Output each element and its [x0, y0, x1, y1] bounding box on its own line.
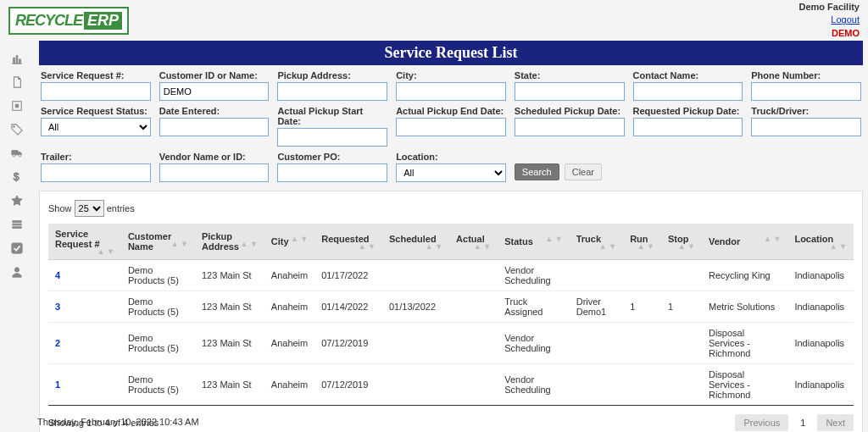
- filter-input-2-3[interactable]: [396, 118, 506, 136]
- filter-input-3-0[interactable]: [41, 163, 151, 182]
- filter-select-2-0[interactable]: All: [41, 118, 151, 136]
- pager-next[interactable]: Next: [817, 414, 854, 431]
- table-cell: [382, 323, 449, 364]
- table-cell: Indianapolis: [787, 364, 854, 406]
- filter-label: Contact Name:: [633, 70, 743, 80]
- table-cell: 4: [48, 260, 121, 291]
- sort-icon: ▲ ▼: [545, 236, 562, 241]
- page-title: Service Request List: [39, 41, 863, 65]
- filter-input-1-3[interactable]: [396, 82, 506, 101]
- filter-label: Phone Number:: [751, 70, 861, 80]
- table-cell: 07/12/2019: [314, 364, 382, 406]
- table-cell: 1: [623, 291, 661, 323]
- table-cell: [623, 364, 661, 406]
- logout-link[interactable]: Logout: [831, 14, 860, 25]
- column-header[interactable]: Vendor▲ ▼: [702, 224, 787, 260]
- table-cell: Vendor Scheduling: [498, 260, 569, 291]
- filter-input-2-2[interactable]: [277, 128, 387, 147]
- column-header[interactable]: Location▲ ▼: [787, 224, 854, 260]
- service-request-link[interactable]: 4: [55, 270, 60, 280]
- table-cell: [570, 364, 623, 406]
- table-cell: Truck Assigned: [498, 291, 569, 323]
- column-header[interactable]: Stop▲ ▼: [661, 224, 702, 260]
- left-nav: $: [0, 41, 34, 432]
- filter-input-2-6[interactable]: [751, 118, 861, 136]
- table-cell: 01/14/2022: [314, 291, 382, 323]
- sort-icon: ▲ ▼: [678, 244, 695, 249]
- filter-label: Pickup Address:: [277, 70, 387, 80]
- filter-input-2-1[interactable]: [159, 118, 270, 136]
- show-entries-select[interactable]: 25: [75, 200, 104, 217]
- table-cell: 2: [48, 323, 121, 364]
- column-header[interactable]: City▲ ▼: [264, 224, 314, 260]
- filter-input-3-1[interactable]: [159, 163, 270, 182]
- table-cell: Vendor Scheduling: [498, 364, 569, 406]
- column-header[interactable]: Status▲ ▼: [498, 224, 569, 260]
- document-icon[interactable]: [11, 76, 23, 88]
- chart-icon[interactable]: [11, 53, 23, 64]
- table-row: 2Demo Products (5)123 Main StAnaheim07/1…: [48, 323, 854, 364]
- logo-text-2: ERP: [84, 12, 122, 30]
- filter-input-1-4[interactable]: [515, 82, 625, 101]
- table-cell: 01/13/2022: [382, 291, 449, 323]
- table-row: 4Demo Products (5)123 Main StAnaheim01/1…: [48, 260, 854, 291]
- user-icon[interactable]: [11, 266, 23, 278]
- filter-input-1-5[interactable]: [633, 82, 743, 101]
- filter-input-2-4[interactable]: [515, 118, 625, 136]
- service-request-link[interactable]: 3: [55, 302, 60, 312]
- sort-icon: ▲ ▼: [637, 244, 654, 249]
- table-cell: 1: [661, 291, 702, 323]
- service-request-link[interactable]: 1: [55, 379, 60, 390]
- dollar-icon[interactable]: $: [11, 171, 23, 183]
- column-header[interactable]: Truck▲ ▼: [570, 224, 623, 260]
- sort-icon: ▲ ▼: [171, 241, 188, 246]
- table-cell: Demo Products (5): [121, 291, 195, 323]
- filter-input-1-6[interactable]: [751, 82, 861, 101]
- column-header[interactable]: Customer Name▲ ▼: [121, 224, 195, 260]
- table-cell: [449, 260, 498, 291]
- table-cell: Disposal Services - Richmond: [702, 323, 787, 364]
- filter-label: Customer ID or Name:: [159, 70, 270, 80]
- box-icon[interactable]: [11, 100, 23, 112]
- filter-label: City:: [396, 70, 506, 80]
- service-request-link[interactable]: 2: [55, 338, 60, 348]
- filter-input-1-2[interactable]: [277, 82, 387, 101]
- table-cell: Demo Products (5): [121, 260, 195, 291]
- column-header[interactable]: Service Request #▲ ▼: [48, 224, 121, 260]
- pager: Previous 1 Next: [735, 414, 854, 431]
- column-header[interactable]: Pickup Address▲ ▼: [195, 224, 264, 260]
- filter-label: Trailer:: [41, 152, 151, 162]
- table-cell: Indianapolis: [787, 260, 854, 291]
- search-button[interactable]: Search: [515, 163, 559, 180]
- check-icon[interactable]: [11, 242, 23, 254]
- table-cell: Anaheim: [264, 323, 314, 364]
- filter-label: State:: [515, 70, 625, 80]
- filter-input-1-1[interactable]: [159, 82, 270, 101]
- tag-icon[interactable]: [11, 124, 23, 136]
- filter-label: Truck/Driver:: [751, 106, 861, 116]
- star-icon[interactable]: [11, 195, 23, 207]
- table-cell: [661, 323, 702, 364]
- table-cell: Demo Products (5): [121, 364, 195, 406]
- filter-input-2-5[interactable]: [633, 118, 743, 136]
- clear-button[interactable]: Clear: [565, 163, 602, 180]
- list-icon[interactable]: [11, 219, 23, 230]
- pager-page-1[interactable]: 1: [792, 414, 814, 431]
- column-header[interactable]: Scheduled▲ ▼: [382, 224, 449, 260]
- svg-rect-6: [12, 243, 22, 253]
- filter-select-3-3[interactable]: All: [396, 163, 506, 182]
- filter-input-3-2[interactable]: [277, 163, 387, 182]
- table-cell: 123 Main St: [195, 260, 264, 291]
- table-cell: 123 Main St: [195, 291, 264, 323]
- column-header[interactable]: Run▲ ▼: [623, 224, 661, 260]
- filter-input-1-0[interactable]: [41, 82, 151, 101]
- table-cell: Anaheim: [264, 364, 314, 406]
- column-header[interactable]: Requested▲ ▼: [314, 224, 382, 260]
- pager-prev[interactable]: Previous: [735, 414, 788, 431]
- sort-icon: ▲ ▼: [240, 241, 257, 246]
- svg-point-7: [14, 268, 19, 272]
- column-header[interactable]: Actual▲ ▼: [449, 224, 498, 260]
- filter-label: Scheduled Pickup Date:: [515, 106, 625, 116]
- truck-icon[interactable]: [11, 147, 23, 159]
- table-cell: Recycling King: [702, 260, 787, 291]
